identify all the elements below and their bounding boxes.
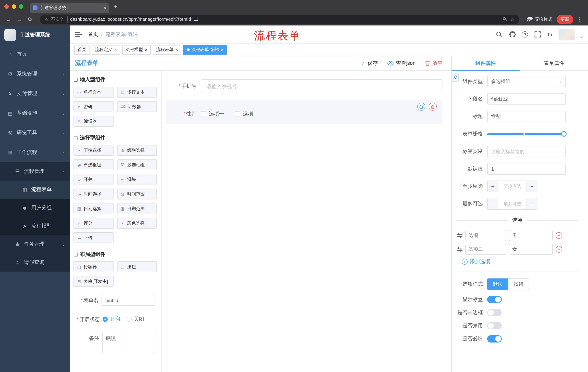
copy-field-button[interactable]: [417, 103, 425, 111]
remove-option-button[interactable]: −: [556, 246, 562, 253]
slider-handle[interactable]: [561, 131, 567, 137]
minimize-window-button[interactable]: [12, 4, 16, 9]
grid-slider[interactable]: [487, 128, 566, 140]
option-value-input[interactable]: [509, 244, 553, 255]
tab-component-props[interactable]: 组件属性: [452, 56, 520, 70]
palette-item-table[interactable]: ⊞表格[开发中]: [74, 276, 113, 287]
help-icon[interactable]: ?: [522, 31, 528, 37]
decrease-button[interactable]: −: [488, 181, 498, 192]
option-value-input[interactable]: [509, 230, 553, 241]
palette-item-time-range[interactable]: ◶时间范围: [117, 189, 157, 200]
sidebar-item-user-group[interactable]: ☻ 用户分组: [0, 199, 70, 217]
sidebar-item-system[interactable]: ⚙ 系统管理 ∨: [0, 64, 70, 84]
browser-tab[interactable]: 芋道管理系统 ×: [30, 2, 109, 13]
stepper-placeholder[interactable]: 至少应选: [498, 181, 526, 192]
palette-item-row-container[interactable]: ◫行容器: [74, 261, 113, 272]
clear-button[interactable]: 清空: [425, 60, 442, 66]
palette-item-date-picker[interactable]: ▦日期选择: [74, 203, 113, 214]
forward-icon[interactable]: →: [15, 16, 24, 22]
palette-item-dropdown[interactable]: ▾下拉选择: [74, 145, 113, 156]
avatar-caret-icon[interactable]: ∨: [580, 35, 583, 39]
palette-item-button[interactable]: ▢按钮: [117, 261, 157, 272]
avatar[interactable]: [558, 29, 574, 40]
update-button[interactable]: 更新: [557, 15, 573, 24]
sidebar-item-devtools[interactable]: ⚒ 研发工具 ∨: [0, 123, 70, 143]
radio-off[interactable]: 关闭: [127, 316, 144, 322]
default-value-input[interactable]: [487, 163, 566, 175]
sidebar-item-process-model[interactable]: ➤ 流程模型: [0, 217, 70, 235]
palette-item-cascader[interactable]: ⋔级联选择: [117, 145, 157, 156]
save-button[interactable]: ✓ 保存: [361, 60, 378, 66]
tag-close-icon[interactable]: ×: [175, 47, 178, 52]
tag-process-form[interactable]: 流程表单 ×: [153, 45, 181, 54]
checkbox-option-2[interactable]: 选项二: [235, 111, 258, 117]
title-input[interactable]: [487, 111, 566, 122]
palette-item-password[interactable]: ∗密码: [74, 101, 113, 112]
hamburger-icon[interactable]: [75, 32, 82, 37]
sidebar-item-leave-query[interactable]: ☺ 请假查询: [0, 253, 70, 272]
drag-handle-icon[interactable]: [457, 233, 462, 238]
font-size-icon[interactable]: TT: [547, 31, 553, 37]
sidebar-item-task-mgmt[interactable]: ⋔ 任务管理 ∨: [0, 235, 70, 253]
phone-input[interactable]: [201, 79, 442, 93]
checkbox-option-1[interactable]: 选项一: [201, 111, 224, 117]
breadcrumb-home[interactable]: 首页: [88, 31, 98, 38]
remove-option-button[interactable]: −: [556, 232, 562, 239]
radio-on[interactable]: 开启: [103, 316, 120, 322]
component-type-select[interactable]: 多选框组 ∨: [487, 76, 566, 87]
sidebar-item-process-mgmt[interactable]: ☰ 流程管理 ∧: [0, 162, 70, 181]
drag-handle-icon[interactable]: [457, 247, 462, 252]
browser-menu-icon[interactable]: ⋮: [577, 16, 582, 22]
style-button-button[interactable]: 按钮: [508, 278, 529, 290]
option-name-input[interactable]: [465, 244, 506, 255]
disabled-toggle[interactable]: [487, 322, 502, 329]
address-bar[interactable]: ⚠ 不安全 dashboard.yudao.iocoder.cn/bpm/man…: [40, 14, 519, 24]
field-name-input[interactable]: [487, 93, 566, 105]
palette-item-editor[interactable]: ✎编辑器: [74, 116, 113, 127]
tab-form-props[interactable]: 表单属性: [520, 56, 588, 70]
tag-close-icon[interactable]: ×: [221, 47, 223, 52]
tab-close-icon[interactable]: ×: [104, 5, 106, 10]
label-width-input[interactable]: [487, 146, 566, 157]
palette-item-switch[interactable]: ▱开关: [74, 174, 113, 185]
palette-item-upload[interactable]: ☁上传: [74, 232, 113, 243]
sidebar-item-infra[interactable]: ▤ 基础设施 ∨: [0, 103, 70, 123]
tag-home[interactable]: 首页: [74, 45, 90, 54]
delete-field-button[interactable]: [429, 103, 437, 111]
style-default-button[interactable]: 默认: [487, 278, 508, 290]
zoom-window-button[interactable]: [19, 4, 23, 9]
tag-close-icon[interactable]: ×: [145, 47, 147, 52]
sidebar-item-process-form[interactable]: ▥ 流程表单: [0, 181, 70, 199]
increase-button[interactable]: +: [526, 181, 537, 192]
palette-item-date-range[interactable]: ▣日期范围: [117, 203, 157, 214]
border-toggle[interactable]: [487, 309, 502, 316]
tag-process-definition[interactable]: 流程定义 ×: [92, 45, 120, 54]
search-icon[interactable]: [496, 31, 503, 38]
palette-item-single-line-text[interactable]: ▭单行文本: [74, 87, 113, 97]
palette-item-slider[interactable]: ⊸滑块: [117, 174, 157, 185]
close-window-button[interactable]: [4, 4, 9, 9]
fullscreen-icon[interactable]: [534, 31, 541, 38]
tag-close-icon[interactable]: ×: [114, 47, 117, 52]
view-json-button[interactable]: 查看json: [387, 60, 416, 66]
sidebar-item-home[interactable]: ⌂ 首页: [0, 44, 70, 64]
required-toggle[interactable]: [487, 335, 502, 342]
tag-process-model[interactable]: 流程模型 ×: [122, 45, 151, 54]
new-tab-button[interactable]: +: [114, 3, 117, 10]
palette-item-checkbox-group[interactable]: ☑多选框组: [117, 159, 157, 170]
stepper-placeholder[interactable]: 最多可选: [498, 198, 526, 209]
sidebar-item-payment[interactable]: ¥ 支付管理 ∨: [0, 84, 70, 103]
selected-field-gender[interactable]: *性别 选项一 选项二: [166, 100, 442, 124]
sidebar-item-workflow[interactable]: ⊞ 工作流程 ∧: [0, 143, 70, 162]
palette-item-time-picker[interactable]: ◷时间选择: [74, 189, 113, 200]
form-remark-textarea[interactable]: 嘿嘿: [102, 333, 155, 353]
palette-item-color-picker[interactable]: ◐颜色选择: [117, 218, 157, 229]
palette-item-radio-group[interactable]: ◉单选框组: [74, 159, 113, 170]
palette-item-rate[interactable]: ☆评分: [74, 218, 113, 229]
tag-process-form-edit[interactable]: 流程表单-编辑 ×: [183, 45, 227, 54]
palette-item-counter[interactable]: 123计数器: [117, 101, 157, 112]
decrease-button[interactable]: −: [488, 198, 498, 209]
add-option-button[interactable]: + 添加选项: [462, 258, 578, 265]
show-label-toggle[interactable]: [487, 296, 502, 303]
reload-icon[interactable]: ⟳: [25, 16, 35, 22]
